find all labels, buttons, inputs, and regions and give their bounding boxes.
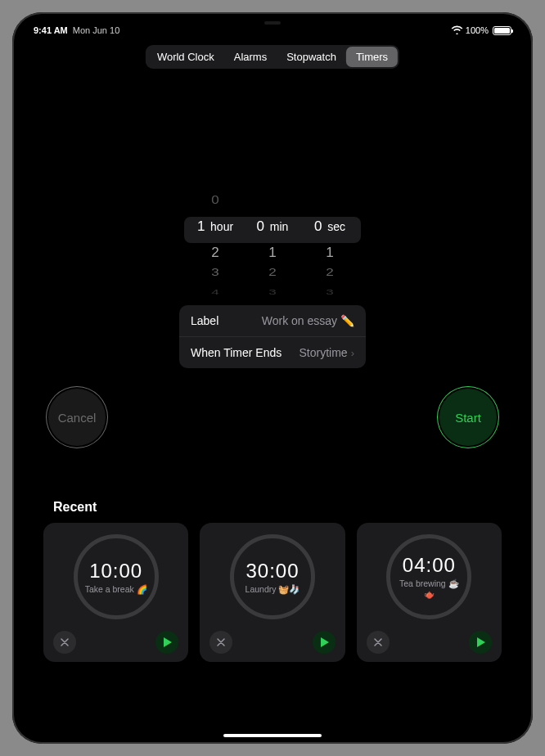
tab-world-clock[interactable]: World Clock — [147, 47, 224, 67]
recent-timer-card[interactable]: 10:00 Take a break 🌈 — [43, 523, 188, 662]
timer-dial: 30:00 Laundry 🧺🧦 — [230, 534, 315, 619]
timer-time: 30:00 — [245, 560, 299, 583]
picker-hour-option: 4 — [191, 287, 240, 297]
picker-sec-option: 1 — [305, 243, 354, 263]
ends-key: When Timer Ends — [191, 346, 282, 359]
battery-percent: 100% — [466, 25, 489, 35]
timer-time: 04:00 — [403, 554, 456, 577]
picker-sec-option: 2 — [305, 264, 354, 280]
play-timer-button[interactable] — [313, 631, 336, 654]
battery-icon — [493, 26, 511, 35]
delete-timer-button[interactable] — [209, 631, 232, 654]
timer-time: 10:00 — [89, 560, 142, 583]
picker-hour-option: 2 — [191, 243, 240, 263]
mode-segmented-control: World Clock Alarms Stopwatch Timers — [146, 45, 399, 69]
timer-dial: 10:00 Take a break 🌈 — [74, 534, 159, 619]
timer-label: Take a break 🌈 — [80, 584, 152, 595]
timer-settings-card: Label Work on essay ✏️ When Timer Ends S… — [179, 305, 366, 368]
picker-min-selected: 0 min — [248, 214, 297, 240]
delete-timer-button[interactable] — [53, 631, 76, 654]
ends-value: Storytime — [300, 346, 348, 359]
when-timer-ends-row[interactable]: When Timer Ends Storytime › — [179, 336, 366, 368]
play-timer-button[interactable] — [469, 631, 492, 654]
home-indicator[interactable] — [223, 734, 322, 737]
picker-min-option: 3 — [248, 287, 297, 297]
picker-hour-selected: 1 hour — [191, 214, 240, 240]
status-time: 9:41 AM — [34, 25, 68, 35]
recent-timers-row: 10:00 Take a break 🌈 30:00 Laundry 🧺🧦 — [43, 523, 502, 662]
recent-timer-card[interactable]: 04:00 Tea brewing ☕️ 🫖 — [357, 523, 502, 662]
picker-sec-option: 3 — [305, 287, 354, 297]
chevron-right-icon: › — [351, 347, 354, 359]
duration-picker[interactable]: 0 1 hour 2 3 4 0 min 1 2 3 0 sec 1 2 3 — [191, 191, 354, 281]
cancel-button[interactable]: Cancel — [48, 389, 106, 446]
play-timer-button[interactable] — [155, 631, 178, 654]
picker-seconds-column[interactable]: 0 sec 1 2 3 — [305, 191, 354, 281]
tab-timers[interactable]: Timers — [346, 47, 398, 67]
label-value: Work on essay ✏️ — [262, 314, 354, 327]
timer-label: Tea brewing ☕️ 🫖 — [390, 578, 467, 600]
delete-timer-button[interactable] — [367, 631, 390, 654]
timer-label: Laundry 🧺🧦 — [241, 584, 305, 595]
label-key: Label — [191, 314, 218, 327]
tab-stopwatch[interactable]: Stopwatch — [277, 47, 346, 67]
picker-min-option: 2 — [248, 264, 297, 280]
ipad-screen: 9:41 AM Mon Jun 10 100% World Clock Alar… — [12, 12, 533, 744]
timer-dial: 04:00 Tea brewing ☕️ 🫖 — [386, 534, 471, 619]
tab-alarms[interactable]: Alarms — [224, 47, 277, 67]
recent-timer-card[interactable]: 30:00 Laundry 🧺🧦 — [200, 523, 345, 662]
wifi-icon — [451, 25, 463, 36]
picker-hour-option: 0 — [191, 191, 240, 209]
label-row[interactable]: Label Work on essay ✏️ — [179, 305, 366, 336]
picker-min-option: 1 — [248, 243, 297, 263]
start-button[interactable]: Start — [439, 389, 497, 446]
status-bar: 9:41 AM Mon Jun 10 100% — [12, 12, 533, 42]
picker-minutes-column[interactable]: 0 min 1 2 3 — [248, 191, 297, 281]
picker-sec-selected: 0 sec — [305, 214, 354, 240]
status-date: Mon Jun 10 — [73, 25, 119, 35]
recent-header: Recent — [53, 500, 97, 515]
picker-hours-column[interactable]: 0 1 hour 2 3 4 — [191, 191, 240, 281]
picker-hour-option: 3 — [191, 264, 240, 280]
